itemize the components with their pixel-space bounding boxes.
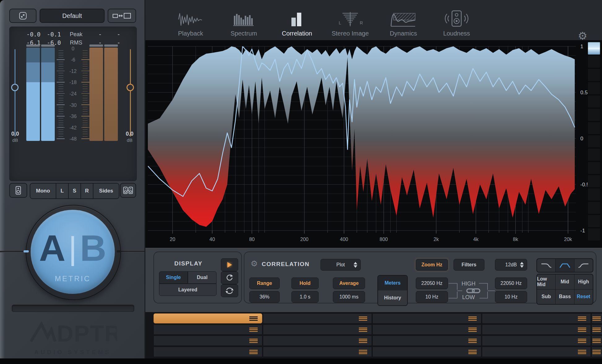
collapse-button[interactable] [9,9,37,23]
snapshot-menu-icon[interactable] [592,316,601,321]
snapshot-slot[interactable] [153,324,262,335]
monitor-mono-button[interactable]: Mono [30,184,56,198]
band-sub-button[interactable]: Sub [537,290,555,304]
monitor-l-button[interactable]: L [56,184,69,198]
snapshot-menu-icon[interactable] [578,350,586,354]
snapshot-slot[interactable] [591,324,602,335]
snapshot-slot-active[interactable] [153,313,262,324]
correlation-panel: ⚙ CORRELATION Plot Range 36% Hold 1.0 s … [244,252,596,303]
restart-button[interactable] [221,271,238,284]
speaker-a-button[interactable] [9,183,27,198]
tab-loudness[interactable]: Loudness [430,2,483,40]
snapshot-slot[interactable] [153,336,262,346]
range-value[interactable]: 36% [249,291,280,303]
highpass-filter-button[interactable] [574,259,593,272]
snapshot-slot[interactable] [263,324,372,335]
correlation-gear-icon[interactable]: ⚙ [251,259,258,269]
snapshot-slot[interactable] [591,313,602,324]
filter-low-value[interactable]: 10 Hz [495,291,527,303]
snapshot-slot[interactable] [372,313,481,324]
tab-dynamics[interactable]: Dynamics [377,2,430,40]
average-button[interactable]: Average [333,277,365,289]
snapshot-slot[interactable] [372,336,481,346]
snapshot-slot[interactable] [591,347,602,357]
snapshot-menu-icon[interactable] [592,339,601,343]
snapshot-menu-icon[interactable] [359,339,367,343]
snapshot-slot[interactable] [153,347,262,357]
plot-dropdown[interactable]: Plot [320,259,361,271]
snapshot-slot[interactable] [482,324,591,335]
monitor-sides-button[interactable]: Sides [93,184,119,198]
hold-value[interactable]: 1.0 s [291,291,319,303]
tab-spectrum[interactable]: Spectrum [217,2,270,40]
speaker-ab-button[interactable] [120,183,136,198]
history-button[interactable]: History [378,290,407,305]
snapshot-slot[interactable] [372,324,481,335]
zoom-high-value[interactable]: 22050 Hz [416,277,448,289]
zoom-hz-button[interactable]: Zoom Hz [416,259,448,271]
snapshot-menu-icon[interactable] [468,328,477,332]
tab-playback[interactable]: Playback [164,2,217,40]
snapshot-menu-icon[interactable] [249,316,258,321]
snapshot-menu-icon[interactable] [592,350,601,354]
bandpass-icon [559,262,571,269]
band-low-mid-button[interactable]: Low Mid [537,274,555,289]
lowpass-filter-button[interactable] [537,259,555,272]
loop-button[interactable] [221,284,238,297]
snapshot-menu-icon[interactable] [578,328,586,332]
fader-a-handle[interactable] [11,84,19,91]
band-mid-button[interactable]: Mid [556,274,574,289]
filters-button[interactable]: Filters [454,259,484,271]
link-chain-icon[interactable] [466,287,481,294]
snapshot-menu-icon[interactable] [468,339,477,343]
snapshot-menu-icon[interactable] [249,339,258,343]
tab-correlation[interactable]: Correlation [270,2,324,40]
crossfade-groove[interactable] [12,305,134,312]
snapshot-slot[interactable] [482,347,591,357]
snapshot-menu-icon[interactable] [578,339,586,343]
band-bass-button[interactable]: Bass [556,290,574,304]
snapshot-menu-icon[interactable] [359,328,367,332]
snapshot-menu-icon[interactable] [578,316,586,321]
tab-stereo-image[interactable]: L R Stereo Image [324,2,377,40]
snapshot-menu-icon[interactable] [468,316,477,321]
snapshot-slot[interactable] [482,313,591,324]
fader-a-track[interactable] [15,49,15,137]
display-single-button[interactable]: Single [159,271,188,284]
bandpass-filter-button[interactable] [556,259,574,272]
fader-b-track[interactable] [130,49,131,137]
meters-button[interactable]: Meters [378,276,407,290]
average-value[interactable]: 1000 ms [333,291,365,303]
filter-slope-stepper[interactable]: 12dB [495,259,527,271]
play-button[interactable] [221,258,238,271]
monitor-s-button[interactable]: S [69,184,81,198]
resize-button[interactable] [108,9,136,23]
brand-sub: AUDIO SYSTEMS [26,349,119,356]
band-reset-button[interactable]: Reset [574,290,593,304]
snapshot-slot[interactable] [263,313,372,324]
snapshot-menu-icon[interactable] [359,350,367,354]
ab-knob[interactable]: A | B METRIC [31,210,115,294]
preset-name: Default [62,12,82,19]
display-layered-button[interactable]: Layered [159,284,217,296]
snapshot-slot[interactable] [263,336,372,346]
fader-b-handle[interactable] [127,84,134,91]
snapshot-menu-icon[interactable] [249,350,258,354]
snapshot-slot[interactable] [591,336,602,346]
snapshot-menu-icon[interactable] [359,316,367,321]
monitor-r-button[interactable]: R [81,184,93,198]
preset-selector[interactable]: Default [40,9,105,23]
snapshot-slot[interactable] [372,347,481,357]
filter-slope-value: 12dB [505,262,517,268]
range-button[interactable]: Range [249,277,280,289]
zoom-low-value[interactable]: 10 Hz [416,291,448,303]
display-dual-button[interactable]: Dual [188,271,217,284]
band-high-button[interactable]: High [574,274,593,289]
filter-high-value[interactable]: 22050 Hz [495,277,527,289]
snapshot-menu-icon[interactable] [468,350,477,354]
hold-button[interactable]: Hold [291,277,319,289]
snapshot-slot[interactable] [263,347,372,357]
snapshot-menu-icon[interactable] [249,328,258,332]
snapshot-menu-icon[interactable] [592,328,601,332]
snapshot-slot[interactable] [482,336,591,346]
